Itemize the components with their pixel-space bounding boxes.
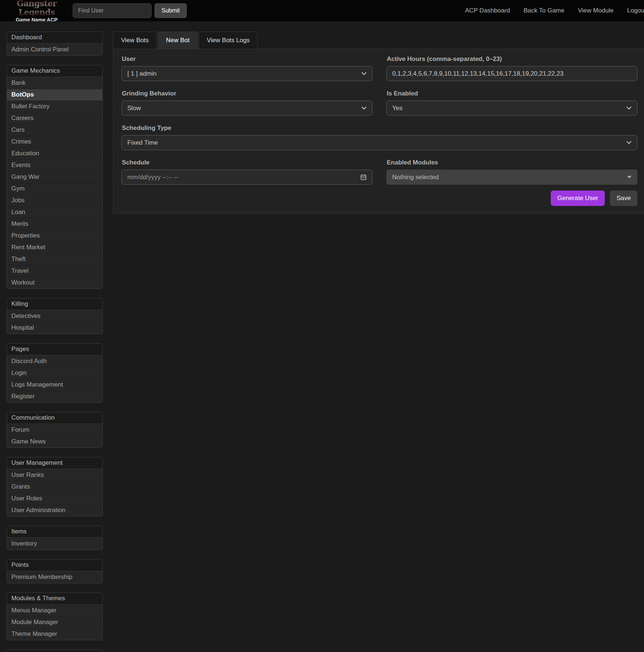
sidebar-item-theft[interactable]: Theft (7, 253, 102, 265)
sidebar: DashboardAdmin Control PanelGame Mechani… (7, 32, 103, 652)
sidebar-item-grants[interactable]: Grants (7, 481, 102, 493)
grinding-behavior-select[interactable]: Slow (121, 101, 372, 116)
sidebar-item-module-manager[interactable]: Module Manager (7, 616, 102, 628)
scheduling-type-field: Scheduling Type Fixed Time (121, 124, 637, 150)
user-select-value: [ 1 ] admin (127, 70, 156, 77)
sidebar-item-travel[interactable]: Travel (7, 265, 102, 277)
sidebar-item-workout[interactable]: Workout (7, 277, 102, 289)
sidebar-section-header-rounds: Rounds (7, 650, 102, 652)
active-hours-label: Active Hours (comma-separated, 0–23) (387, 55, 637, 63)
logo-title: Gangster Legends (6, 0, 68, 17)
sidebar-item-discord-auth[interactable]: Discord Auth (7, 355, 102, 367)
sidebar-section-header-points: Points (7, 559, 102, 571)
sidebar-item-game-news[interactable]: Game News (7, 436, 102, 448)
sidebar-item-admin-control-panel[interactable]: Admin Control Panel (7, 44, 102, 55)
active-hours-field: Active Hours (comma-separated, 0–23) 0,1… (386, 55, 637, 81)
enabled-modules-dropdown[interactable]: Nothing selected (386, 170, 637, 185)
sidebar-item-bullet-factory[interactable]: Bullet Factory (7, 101, 102, 112)
sidebar-section-header-game-mechanics: Game Mechanics (7, 65, 102, 77)
sidebar-section-modules-themes: Modules & ThemesMenus ManagerModule Mana… (7, 593, 103, 640)
sidebar-item-gym[interactable]: Gym (7, 183, 102, 195)
chevron-down-icon (626, 106, 632, 110)
sidebar-item-merits[interactable]: Merits (7, 218, 102, 230)
nav-link-acp-dashboard[interactable]: ACP Dashboard (465, 7, 510, 14)
sidebar-item-jobs[interactable]: Jobs (7, 195, 102, 206)
sidebar-section-header-killing: Killing (7, 298, 102, 310)
find-user-input[interactable] (73, 3, 152, 18)
schedule-placeholder: mm/dd/yyyy --:-- -- (127, 174, 178, 181)
caret-down-icon (627, 176, 632, 178)
sidebar-section-header-dashboard: Dashboard (7, 32, 102, 44)
sidebar-item-user-administration[interactable]: User Administration (7, 504, 102, 516)
sidebar-section-killing: KillingDetectivesHospital (7, 298, 103, 334)
sidebar-item-user-ranks[interactable]: User Ranks (7, 469, 102, 481)
enabled-modules-field: Enabled Modules Nothing selected (386, 159, 637, 185)
sidebar-item-inventory[interactable]: Inventory (7, 538, 102, 550)
sidebar-item-hospital[interactable]: Hospital (7, 322, 102, 334)
active-hours-input[interactable]: 0,1,2,3,4,5,6,7,8,9,10,11,12,13,14,15,16… (386, 66, 637, 81)
tab-view-bots[interactable]: View Bots (113, 32, 157, 49)
enabled-modules-label: Enabled Modules (387, 159, 637, 166)
page-layout: DashboardAdmin Control PanelGame Mechani… (0, 21, 644, 652)
sidebar-section-points: PointsPremium Membership (7, 559, 103, 583)
sidebar-item-rent-market[interactable]: Rent Market (7, 242, 102, 253)
schedule-field: Schedule mm/dd/yyyy --:-- -- (121, 159, 372, 185)
submit-button[interactable]: Submit (154, 3, 187, 18)
scheduling-type-select[interactable]: Fixed Time (121, 135, 637, 150)
sidebar-item-premium-membership[interactable]: Premium Membership (7, 571, 102, 583)
sidebar-item-bank[interactable]: Bank (7, 77, 102, 89)
sidebar-item-login[interactable]: Login (7, 367, 102, 379)
logo-subtitle: Game Name ACP (6, 17, 68, 22)
sidebar-item-cars[interactable]: Cars (7, 124, 102, 136)
grinding-behavior-label: Grinding Behavior (122, 90, 372, 97)
sidebar-section-communication: CommunicationForumGame News (7, 412, 103, 448)
sidebar-item-gang-war[interactable]: Gang War (7, 171, 102, 183)
main-content: View BotsNew BotView Bots Logs User [ 1 … (113, 32, 644, 214)
sidebar-section-header-user-management: User Management (7, 457, 102, 469)
sidebar-item-detectives[interactable]: Detectives (7, 310, 102, 322)
user-field: User [ 1 ] admin (121, 55, 372, 81)
sidebar-item-crimes[interactable]: Crimes (7, 136, 102, 148)
sidebar-item-theme-manager[interactable]: Theme Manager (7, 628, 102, 640)
sidebar-item-user-roles[interactable]: User Roles (7, 493, 102, 504)
sidebar-item-menus-manager[interactable]: Menus Manager (7, 605, 102, 616)
sidebar-item-register[interactable]: Register (7, 391, 102, 402)
sidebar-item-careers[interactable]: Careers (7, 112, 102, 124)
generate-user-button[interactable]: Generate User (551, 191, 605, 206)
sidebar-section-game-mechanics: Game MechanicsBankBotOpsBullet FactoryCa… (7, 65, 103, 289)
sidebar-item-events[interactable]: Events (7, 159, 102, 171)
nav-link-logout[interactable]: Logout (627, 7, 644, 14)
sidebar-item-logs-management[interactable]: Logs Management (7, 379, 102, 391)
sidebar-section-user-management: User ManagementUser RanksGrantsUser Role… (7, 457, 103, 517)
scheduling-type-value: Fixed Time (127, 139, 158, 146)
sidebar-item-education[interactable]: Education (7, 148, 102, 159)
sidebar-item-loan[interactable]: Loan (7, 206, 102, 218)
tab-new-bot[interactable]: New Bot (158, 32, 197, 49)
chevron-down-icon (626, 141, 632, 144)
calendar-icon[interactable] (360, 174, 367, 180)
is-enabled-value: Yes (392, 105, 403, 112)
schedule-datetime-input[interactable]: mm/dd/yyyy --:-- -- (121, 170, 372, 185)
user-select[interactable]: [ 1 ] admin (121, 66, 372, 81)
is-enabled-select[interactable]: Yes (386, 101, 637, 116)
save-button[interactable]: Save (610, 191, 637, 206)
sidebar-section-dashboard: DashboardAdmin Control Panel (7, 32, 103, 56)
top-nav: ACP DashboardBack To GameView ModuleLogo… (465, 7, 644, 14)
sidebar-item-forum[interactable]: Forum (7, 424, 102, 436)
sidebar-item-botops[interactable]: BotOps (7, 89, 102, 101)
sidebar-section-header-pages: Pages (7, 344, 102, 355)
top-bar: Gangster Legends Game Name ACP Submit AC… (0, 0, 644, 21)
scheduling-type-label: Scheduling Type (122, 124, 637, 132)
chevron-down-icon (361, 72, 367, 75)
nav-link-view-module[interactable]: View Module (578, 7, 614, 14)
enabled-modules-value: Nothing selected (392, 174, 439, 181)
sidebar-section-header-communication: Communication (7, 412, 102, 424)
is-enabled-field: Is Enabled Yes (386, 90, 637, 116)
tab-view-bots-logs[interactable]: View Bots Logs (199, 32, 258, 49)
nav-link-back-to-game[interactable]: Back To Game (524, 7, 564, 14)
sidebar-section-rounds: RoundsRounds (7, 649, 103, 652)
new-bot-form: User [ 1 ] admin Active Hours (comma-sep… (121, 55, 637, 206)
bot-tabs: View BotsNew BotView Bots Logs (113, 32, 644, 49)
grinding-behavior-field: Grinding Behavior Slow (121, 90, 372, 116)
sidebar-item-properties[interactable]: Properties (7, 230, 102, 242)
